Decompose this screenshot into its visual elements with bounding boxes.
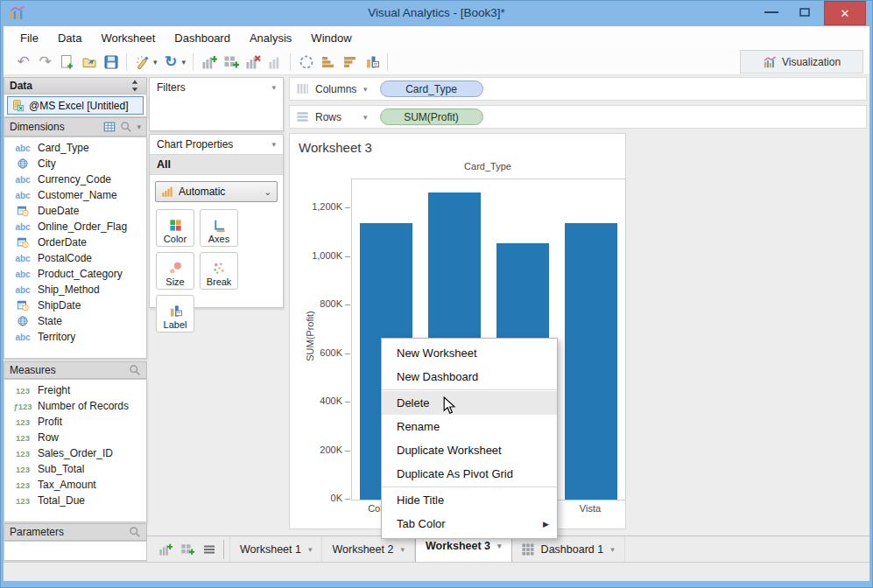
context-menu-item-tab-color[interactable]: Tab Color▶: [382, 512, 557, 536]
add-dashboard-icon[interactable]: [220, 52, 242, 72]
chart-prop-label-button[interactable]: Label: [156, 295, 194, 332]
dimension-item[interactable]: ShipDate: [4, 298, 146, 313]
dimension-item[interactable]: abcPostalCode: [4, 250, 146, 266]
scope-label: All: [157, 158, 171, 171]
dimension-item[interactable]: abcProduct_Category: [4, 266, 146, 282]
swap-panels-icon[interactable]: [129, 80, 141, 92]
dimension-item[interactable]: abcCurrency_Code: [4, 172, 146, 187]
measure-item[interactable]: 123Sales_Order_ID: [4, 445, 146, 461]
sheet-tab-caret-icon[interactable]: ▾: [400, 545, 405, 554]
sheet-list-icon[interactable]: [198, 538, 220, 561]
fnum-field-icon: ƒ123: [12, 402, 33, 411]
columns-shelf-caret-icon[interactable]: ▾: [363, 85, 368, 94]
undo-icon[interactable]: ↶: [12, 52, 34, 72]
search-icon[interactable]: [129, 526, 141, 538]
chart-bar[interactable]: [565, 223, 617, 500]
chart-prop-color-button[interactable]: Color: [156, 209, 194, 247]
close-button[interactable]: ✕: [824, 1, 866, 25]
save-icon[interactable]: [100, 52, 122, 72]
search-icon[interactable]: [120, 121, 132, 133]
sort-ascending-icon[interactable]: [317, 52, 339, 72]
menu-item-window[interactable]: Window: [301, 32, 361, 45]
dimension-item[interactable]: DueDate: [4, 203, 146, 219]
new-dashboard-tab-icon[interactable]: [176, 538, 198, 561]
refresh-caret-icon[interactable]: ▾: [182, 58, 187, 66]
sort-descending-icon[interactable]: [339, 52, 361, 72]
connect-caret-icon[interactable]: ▾: [153, 58, 158, 66]
columns-pill[interactable]: Card_Type: [380, 80, 483, 97]
context-menu-item-duplicate-worksheet[interactable]: Duplicate Worksheet: [382, 438, 557, 462]
dimension-item[interactable]: City: [4, 156, 146, 172]
refresh-icon[interactable]: ↻: [160, 52, 182, 72]
menu-item-analysis[interactable]: Analysis: [240, 32, 301, 45]
measures-list: 123Freightƒ123Number of Records123Profit…: [4, 379, 147, 522]
worksheet-title: Worksheet 3: [299, 140, 372, 155]
redo-icon[interactable]: ↷: [34, 52, 56, 72]
rows-shelf-caret-icon[interactable]: ▾: [363, 113, 368, 122]
filters-collapse-caret-icon[interactable]: ▾: [271, 83, 276, 92]
sheet-tab-caret-icon[interactable]: ▾: [497, 542, 502, 550]
chart-prop-axes-button[interactable]: Axes: [200, 209, 238, 247]
lasso-select-icon[interactable]: [295, 52, 317, 72]
measure-item[interactable]: 123Sub_Total: [4, 461, 146, 477]
excel-connection-icon: [11, 99, 25, 112]
measure-label: Profit: [38, 416, 62, 428]
connect-data-icon[interactable]: [131, 52, 153, 72]
num-field-icon: 123: [12, 433, 33, 443]
search-icon[interactable]: [129, 364, 141, 376]
menu-item-worksheet[interactable]: Worksheet: [91, 32, 165, 45]
menu-item-file[interactable]: File: [11, 32, 48, 45]
measure-item[interactable]: 123Total_Due: [4, 493, 146, 508]
menu-item-data[interactable]: Data: [48, 32, 91, 45]
new-worksheet-tab-icon[interactable]: [154, 538, 176, 561]
data-connection-item[interactable]: @MS Excel [Untitled]: [7, 96, 144, 115]
open-icon[interactable]: [78, 52, 100, 72]
dimension-item[interactable]: abcOnline_Order_Flag: [4, 219, 146, 234]
context-menu-item-new-dashboard[interactable]: New Dashboard: [382, 365, 557, 388]
context-menu-item-hide-title[interactable]: Hide Title: [382, 488, 557, 512]
visualization-tab[interactable]: Visualization: [740, 50, 863, 74]
dimension-item[interactable]: OrderDate: [4, 234, 146, 250]
toolbar-separator: [290, 53, 291, 71]
show-labels-icon[interactable]: [361, 52, 383, 72]
context-menu-item-new-worksheet[interactable]: New Worksheet: [382, 341, 557, 365]
chart-type-dropdown[interactable]: Automatic ⌄: [155, 181, 278, 202]
rows-pill[interactable]: SUM(Profit): [380, 108, 483, 125]
delete-worksheet-icon[interactable]: [242, 52, 264, 72]
measure-item[interactable]: ƒ123Number of Records: [4, 398, 146, 414]
measure-item[interactable]: 123Freight: [4, 382, 146, 398]
measure-item[interactable]: 123Row: [4, 430, 146, 445]
dimension-item[interactable]: State: [4, 313, 146, 329]
chart-prop-break-button[interactable]: Break: [200, 252, 238, 290]
break-prop-icon: [212, 261, 227, 276]
add-worksheet-icon[interactable]: [198, 52, 220, 72]
maximize-button[interactable]: [791, 3, 819, 22]
chart-properties-collapse-caret-icon[interactable]: ▾: [271, 140, 276, 149]
dimension-item[interactable]: abcShip_Method: [4, 282, 146, 298]
dimension-item[interactable]: abcCard_Type: [4, 140, 146, 156]
dimensions-menu-caret-icon[interactable]: ▾: [137, 122, 141, 131]
chart-prop-size-button[interactable]: Size: [156, 252, 194, 290]
context-menu-item-duplicate-as-pivot-grid[interactable]: Duplicate As Pivot Grid: [382, 462, 557, 486]
chart-properties-header[interactable]: Chart Properties ▾: [150, 135, 283, 154]
measure-item[interactable]: 123Tax_Amount: [4, 477, 146, 493]
clear-worksheet-icon: [264, 52, 285, 72]
sheet-tab-caret-icon[interactable]: ▾: [308, 545, 313, 554]
sheet-tab-caret-icon[interactable]: ▾: [610, 545, 615, 554]
dimension-item[interactable]: abcCustomer_Name: [4, 187, 146, 203]
measure-item[interactable]: 123Profit: [4, 414, 146, 430]
menu-item-dashboard[interactable]: Dashboard: [165, 32, 240, 45]
context-menu-item-rename[interactable]: Rename: [382, 415, 557, 438]
view-as-table-icon[interactable]: [103, 121, 116, 133]
filters-header[interactable]: Filters ▾: [150, 78, 283, 97]
context-menu-item-delete[interactable]: Delete: [382, 391, 557, 415]
minimize-button[interactable]: —: [757, 3, 785, 22]
rows-shelf[interactable]: Rows ▾ SUM(Profit): [289, 105, 867, 129]
dimension-item[interactable]: abcTerritory: [4, 329, 146, 345]
sheet-tab-dashboard-1[interactable]: Dashboard 1▾: [512, 536, 625, 562]
calendar-field-icon: [12, 299, 33, 312]
columns-shelf[interactable]: Columns ▾ Card_Type: [289, 77, 867, 101]
sheet-tab-worksheet-2[interactable]: Worksheet 2▾: [322, 536, 414, 562]
sheet-tab-worksheet-1[interactable]: Worksheet 1▾: [229, 536, 322, 562]
new-workbook-icon[interactable]: [56, 52, 78, 72]
